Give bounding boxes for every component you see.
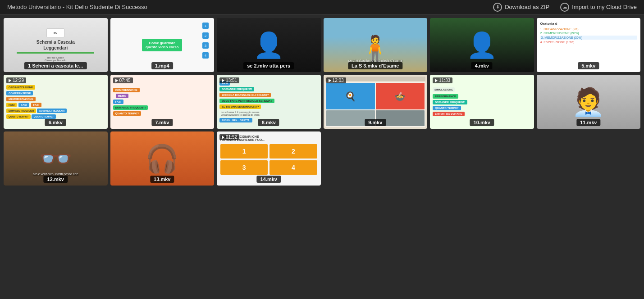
duration-text: 07:45	[119, 78, 131, 83]
slide-button: Come guardarequesto video corso	[142, 39, 182, 51]
thumbnail-10[interactable]: 12:03 🍳 🍲 9.mkv	[324, 75, 428, 129]
thumb-label: 13.mkv	[150, 176, 174, 183]
errors-cell-2: 2	[269, 144, 317, 159]
thumbnail-11[interactable]: 11:33 SIMULAZIONE PERFORMANCE DOMANDE FR…	[430, 75, 534, 129]
mm-node: BISOGNA RIPASSARE GLI SCHEMI?	[219, 93, 271, 97]
thumbnail-6[interactable]: Oratoria d 1. ORGANIZZAZIONE (-%) 2. COM…	[537, 18, 641, 72]
duration-text: 12:29	[13, 78, 24, 83]
thumb-label: 6.mkv	[45, 119, 66, 126]
thumb-label: 7.mkv	[151, 119, 173, 126]
thumbnail-2[interactable]: Come guardarequesto video corso 1 2 3 4 …	[110, 18, 215, 72]
item-4: 4. ESPOSIZIONE (10%)	[540, 41, 637, 44]
duration-badge: 12:03	[326, 77, 346, 83]
thumbnail-7[interactable]: 12:29 ORGANIZZAZIONE COMPRENSIONE MEMORI…	[4, 75, 108, 129]
thumb-label: 10.mkv	[470, 119, 494, 126]
mm-node: DOMANDE FREQUENTI	[433, 100, 467, 104]
thumb-label: 11.mkv	[576, 119, 600, 126]
thumbnail-5[interactable]: 👤 4.mkv	[430, 18, 534, 72]
download-zip-button[interactable]: ⬇ Download as ZIP	[493, 3, 549, 12]
duration-badge: 11:33	[433, 77, 452, 83]
item-3: 3. MEMORIZZAZIONE (30%)	[540, 36, 637, 40]
play-icon	[329, 79, 331, 82]
slide-title: Schemi a CascataLeggendari	[37, 39, 75, 51]
mm-node: ORGANIZZAZIONE	[6, 85, 35, 90]
thumbnail-9[interactable]: 13:51 FASI DOMANDE FREQUENTI BISOGNA RIP…	[217, 75, 321, 129]
mm-node: SE HO UNA SBOBINATURA?	[219, 104, 261, 109]
import-cloud-label: Import to my Cloud Drive	[572, 4, 637, 10]
topbar: Metodo Universitario - Kit Dello Student…	[0, 0, 644, 14]
download-icon: ⬇	[493, 3, 502, 12]
mm-node: FASI	[31, 103, 41, 107]
play-icon	[435, 79, 438, 82]
mm-node: DOMANDE FREQUENTI	[219, 87, 254, 91]
thumbnail-14[interactable]: 00:22 🎧 13.mkv	[110, 131, 215, 186]
logo: MU	[46, 28, 64, 37]
thumbnail-13[interactable]: 01:01 👓 ato e verificato, infatti posso …	[4, 131, 108, 186]
topbar-actions: ⬇ Download as ZIP ☁ Import to my Cloud D…	[493, 3, 637, 12]
thumbnail-1[interactable]: MU Schemi a CascataLeggendari del tuo Co…	[4, 18, 108, 72]
thumb-label: 5.mkv	[578, 62, 599, 69]
thumbnail-15[interactable]: 01:52 4 ERRORI MICIDIARI CHEFARANNO LAUR…	[217, 131, 321, 186]
mm-node: DOMANDE FREQUENTI	[113, 105, 148, 110]
import-cloud-button[interactable]: ☁ Import to my Cloud Drive	[560, 3, 637, 12]
mm-node: COMPRENSIONE	[6, 91, 33, 95]
thumbnail-grid: MU Schemi a CascataLeggendari del tuo Co…	[0, 14, 644, 189]
item-1: 1. ORGANIZZAZIONE (-%)	[540, 27, 637, 31]
accent-bar	[17, 52, 94, 54]
duration-text: 12:03	[333, 78, 344, 83]
video-caption: ato e verificato, infatti posso affe	[5, 172, 106, 176]
duration-badge: 01:52	[219, 134, 239, 140]
item-2: 2. COMPRENSIONE (60%)	[540, 32, 637, 35]
cloud-icon: ☁	[560, 3, 569, 12]
mm-node: FASI	[18, 103, 29, 107]
errors-grid: 1 2 3 4	[220, 144, 317, 175]
errors-cell-3: 3	[220, 160, 268, 175]
errors-cell-4: 4	[269, 160, 317, 175]
duration-text: 11:33	[439, 78, 450, 83]
mm-node: MEMO	[116, 94, 129, 98]
play-icon	[9, 79, 11, 82]
play-icon	[222, 136, 224, 139]
mm-text: Lo schema è il passaggio necesOrganizzaz…	[219, 110, 261, 117]
thumbnail-8[interactable]: 07:45 COMPRENSIONE MEMO FASI DOMANDE FRE…	[110, 75, 215, 129]
thumb-label: 1 Schemi a cascata le...	[24, 62, 87, 69]
mm-node: COMPRENSIONE	[113, 88, 140, 92]
thumb-label: 8.mkv	[258, 119, 279, 126]
mm-node: QUANTO TEMPO?	[433, 106, 461, 110]
play-icon	[222, 79, 224, 82]
slide-subtitle: del tuo CoachGiuseppe Moriello	[45, 56, 66, 62]
mm-node: PERFORMANCE	[433, 94, 458, 99]
mm-node: MEMORIZZAZIONE	[6, 97, 36, 101]
mm-node: ERRORI DA EVITARE	[433, 112, 465, 116]
thumbnail-4[interactable]: 🧍 perché sbagliamo la strategia d'esame …	[324, 18, 428, 72]
mm-title: SIMULAZIONE	[433, 87, 455, 92]
thumb-label: La S 3.mkv d'Esame	[348, 62, 402, 69]
slide-numbers: 1 2 3 4	[202, 23, 209, 59]
download-zip-label: Download as ZIP	[505, 4, 549, 10]
mm-node: DOMANDE FREQUENTI	[6, 109, 36, 113]
errors-cell-1: 1	[220, 144, 268, 159]
slide-title: Oratoria d	[540, 22, 637, 26]
thumb-label: se 2.mkv utta pers	[243, 62, 294, 69]
mm-node: QUANTO TEMPO?	[113, 111, 142, 116]
thumbnail-12[interactable]: 00:32 🧑‍💼 11.mkv	[537, 75, 641, 129]
play-icon	[115, 79, 118, 82]
mm-node: DOMANDE FREQUENTI	[37, 109, 67, 113]
video-caption: perché sbagliamo la strategia d'esame	[325, 59, 426, 62]
duration-badge: 07:45	[113, 77, 133, 83]
thumbnail-3[interactable]: 👤 se 2.mkv utta pers	[217, 18, 321, 72]
mm-node: FASI	[6, 103, 17, 107]
mm-node: POSSO... MEN... DIRETTA.	[219, 118, 252, 122]
thumb-label: 12.mkv	[44, 176, 68, 183]
thumb-label: 9.mkv	[365, 119, 386, 126]
mm-node: QUANTO TEMPO?	[32, 114, 56, 119]
duration-badge: 12:29	[6, 77, 26, 83]
duration-text: 13:51	[226, 78, 237, 83]
thumb-label: 1.mp4	[151, 62, 173, 69]
page-title: Metodo Universitario - Kit Dello Student…	[7, 4, 147, 10]
thumb-label: 4.mkv	[471, 62, 493, 69]
duration-text: 01:52	[226, 135, 237, 140]
thumb-label: 14.mkv	[257, 176, 281, 183]
duration-badge: 13:51	[219, 77, 239, 83]
mm-node: DEVO FARE PER FORZA LO SCHEMA?	[219, 99, 274, 103]
